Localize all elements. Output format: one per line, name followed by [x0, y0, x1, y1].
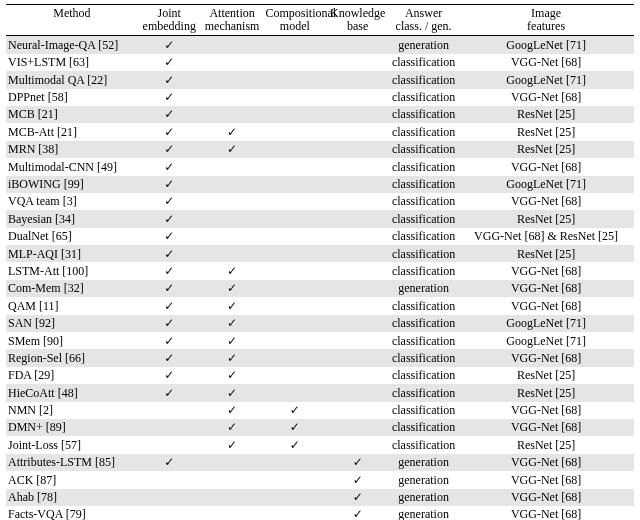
- method-cell: MCB-Att [21]: [6, 123, 138, 140]
- check-cell: [326, 349, 389, 366]
- check-icon: ✓: [164, 334, 174, 348]
- check-cell: ✓: [201, 123, 264, 140]
- check-cell: [326, 89, 389, 106]
- check-icon: ✓: [353, 473, 363, 487]
- check-icon: ✓: [227, 142, 237, 156]
- check-cell: ✓: [201, 280, 264, 297]
- check-cell: ✓: [201, 367, 264, 384]
- check-cell: [326, 262, 389, 279]
- answer-cell: classification: [389, 349, 458, 366]
- check-icon: ✓: [164, 368, 174, 382]
- check-cell: [263, 506, 326, 520]
- col-comp-l2: model: [265, 20, 324, 33]
- table-row: Multimodal-CNN [49]✓classificationVGG-Ne…: [6, 158, 634, 175]
- check-cell: [326, 245, 389, 262]
- check-cell: [201, 36, 264, 54]
- answer-cell: classification: [389, 158, 458, 175]
- check-cell: ✓: [201, 315, 264, 332]
- answer-cell: classification: [389, 332, 458, 349]
- table-row: Ahab [78]✓generationVGG-Net [68]: [6, 489, 634, 506]
- check-cell: [263, 489, 326, 506]
- check-cell: [326, 54, 389, 71]
- check-cell: [263, 71, 326, 88]
- check-cell: [201, 89, 264, 106]
- check-cell: [201, 158, 264, 175]
- table-row: DMN+ [89]✓✓classificationVGG-Net [68]: [6, 419, 634, 436]
- check-cell: ✓: [138, 454, 201, 471]
- check-cell: [201, 245, 264, 262]
- features-cell: ResNet [25]: [458, 141, 634, 158]
- check-cell: ✓: [138, 384, 201, 401]
- check-cell: [326, 367, 389, 384]
- check-icon: ✓: [164, 316, 174, 330]
- check-icon: ✓: [353, 507, 363, 520]
- features-cell: ResNet [25]: [458, 367, 634, 384]
- check-cell: [201, 71, 264, 88]
- method-cell: VQA team [3]: [6, 193, 138, 210]
- check-cell: [326, 332, 389, 349]
- check-cell: ✓: [201, 419, 264, 436]
- features-cell: VGG-Net [68]: [458, 349, 634, 366]
- check-cell: [326, 280, 389, 297]
- table-row: Bayesian [34]✓classificationResNet [25]: [6, 210, 634, 227]
- check-cell: ✓: [138, 106, 201, 123]
- check-cell: ✓: [201, 349, 264, 366]
- features-cell: VGG-Net [68]: [458, 89, 634, 106]
- features-cell: VGG-Net [68]: [458, 54, 634, 71]
- check-cell: ✓: [326, 471, 389, 488]
- check-cell: [201, 471, 264, 488]
- features-cell: VGG-Net [68]: [458, 262, 634, 279]
- check-icon: ✓: [164, 351, 174, 365]
- check-icon: ✓: [227, 316, 237, 330]
- answer-cell: classification: [389, 228, 458, 245]
- method-cell: DualNet [65]: [6, 228, 138, 245]
- features-cell: VGG-Net [68]: [458, 402, 634, 419]
- check-cell: ✓: [201, 402, 264, 419]
- col-knowledge: Knowledge base: [326, 5, 389, 36]
- method-cell: SAN [92]: [6, 315, 138, 332]
- answer-cell: classification: [389, 367, 458, 384]
- answer-cell: classification: [389, 402, 458, 419]
- method-cell: Multimodal QA [22]: [6, 71, 138, 88]
- features-cell: ResNet [25]: [458, 106, 634, 123]
- check-cell: [326, 141, 389, 158]
- table-row: Multimodal QA [22]✓classificationGoogLeN…: [6, 71, 634, 88]
- check-cell: ✓: [326, 506, 389, 520]
- table-row: ACK [87]✓generationVGG-Net [68]: [6, 471, 634, 488]
- features-cell: VGG-Net [68] & ResNet [25]: [458, 228, 634, 245]
- table-row: LSTM-Att [100]✓✓classificationVGG-Net [6…: [6, 262, 634, 279]
- check-cell: ✓: [326, 489, 389, 506]
- check-cell: ✓: [138, 245, 201, 262]
- check-cell: ✓: [201, 297, 264, 314]
- answer-cell: classification: [389, 123, 458, 140]
- check-cell: [263, 315, 326, 332]
- check-cell: [263, 36, 326, 54]
- check-cell: [326, 176, 389, 193]
- answer-cell: classification: [389, 106, 458, 123]
- check-cell: [201, 454, 264, 471]
- check-icon: ✓: [290, 403, 300, 417]
- features-cell: ResNet [25]: [458, 384, 634, 401]
- table-row: Attributes-LSTM [85]✓✓generationVGG-Net …: [6, 454, 634, 471]
- check-icon: ✓: [164, 299, 174, 313]
- check-cell: [201, 228, 264, 245]
- features-cell: VGG-Net [68]: [458, 158, 634, 175]
- check-cell: [201, 489, 264, 506]
- comparison-table: Method Joint embedding Attention mechani…: [6, 4, 634, 520]
- method-cell: FDA [29]: [6, 367, 138, 384]
- features-cell: VGG-Net [68]: [458, 454, 634, 471]
- col-kb-l2: base: [328, 20, 387, 33]
- method-cell: Attributes-LSTM [85]: [6, 454, 138, 471]
- features-cell: VGG-Net [68]: [458, 193, 634, 210]
- table-row: Facts-VQA [79]✓generationVGG-Net [68]: [6, 506, 634, 520]
- col-compositional: Compositional model: [263, 5, 326, 36]
- check-cell: [326, 36, 389, 54]
- method-cell: NMN [2]: [6, 402, 138, 419]
- answer-cell: classification: [389, 436, 458, 453]
- check-cell: [138, 419, 201, 436]
- answer-cell: classification: [389, 384, 458, 401]
- features-cell: GoogLeNet [71]: [458, 332, 634, 349]
- check-cell: [138, 506, 201, 520]
- method-cell: QAM [11]: [6, 297, 138, 314]
- check-cell: [201, 193, 264, 210]
